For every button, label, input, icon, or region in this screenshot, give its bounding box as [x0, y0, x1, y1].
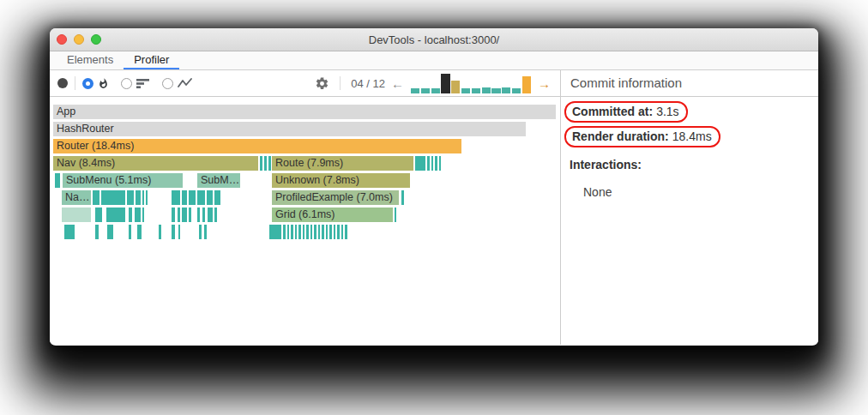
flame-bar[interactable] — [95, 208, 102, 222]
flame-bar[interactable] — [202, 208, 205, 222]
flame-bar[interactable] — [295, 225, 297, 239]
flame-bar[interactable] — [189, 190, 196, 205]
flame-bar[interactable] — [214, 208, 217, 222]
flame-bar-nav[interactable]: Nav (8.4ms) — [53, 156, 258, 171]
flame-bar[interactable] — [127, 190, 134, 205]
flame-bar[interactable] — [64, 225, 75, 239]
flame-icon[interactable] — [98, 78, 109, 89]
flame-bar[interactable] — [435, 156, 437, 171]
flame-bar[interactable] — [214, 190, 220, 205]
flame-bar[interactable] — [322, 225, 324, 239]
flame-bar[interactable] — [415, 156, 425, 171]
flame-bar[interactable] — [178, 225, 180, 239]
flame-bar[interactable] — [329, 225, 332, 239]
ranked-radio[interactable] — [121, 78, 132, 89]
flame-bar[interactable] — [172, 208, 175, 222]
flame-bar[interactable] — [269, 225, 281, 239]
flame-bar[interactable] — [314, 225, 316, 239]
interactions-radio[interactable] — [162, 78, 173, 89]
flame-bar-submenu[interactable]: SubMenu (5.1ms) — [63, 173, 183, 188]
flame-bar[interactable] — [310, 225, 312, 239]
flame-bar[interactable] — [159, 225, 161, 239]
flame-bar[interactable] — [172, 225, 175, 239]
commit-bar[interactable] — [421, 88, 430, 93]
flame-bar[interactable] — [208, 208, 213, 222]
flame-bar[interactable] — [260, 156, 262, 171]
commit-bar[interactable] — [441, 74, 449, 93]
flame-bar[interactable] — [395, 208, 396, 222]
flame-bar[interactable] — [136, 190, 141, 205]
flame-bar[interactable] — [182, 208, 187, 222]
flame-bar[interactable] — [197, 190, 205, 205]
flame-bar[interactable] — [287, 225, 289, 239]
flame-bar[interactable] — [204, 225, 207, 239]
flame-bar[interactable] — [345, 225, 347, 239]
flame-bar[interactable] — [142, 208, 144, 222]
flame-bar[interactable] — [129, 208, 132, 222]
commit-bar[interactable] — [522, 76, 531, 93]
tab-profiler[interactable]: Profiler — [124, 51, 179, 69]
commit-bar[interactable] — [411, 88, 419, 93]
commit-bar[interactable] — [512, 88, 521, 93]
flame-bar-route[interactable]: Route (7.9ms) — [272, 156, 413, 171]
commit-bar[interactable] — [502, 87, 510, 93]
flame-bar[interactable] — [318, 225, 320, 239]
flame-bar[interactable] — [55, 173, 60, 188]
commit-bar[interactable] — [461, 88, 470, 93]
flame-bar[interactable] — [135, 208, 141, 222]
flame-bar[interactable] — [142, 190, 144, 205]
settings-gear-icon[interactable] — [315, 76, 329, 91]
commit-bar[interactable] — [431, 88, 440, 93]
commit-bar[interactable] — [491, 88, 500, 93]
flame-bar[interactable] — [326, 225, 328, 239]
flame-bar-unknown[interactable]: Unknown (7.8ms) — [272, 173, 410, 188]
flame-bar[interactable] — [264, 156, 267, 171]
next-commit-arrow-icon[interactable]: → — [535, 77, 553, 90]
flame-bar-subm[interactable]: SubM… — [197, 173, 240, 188]
flame-bar-app[interactable]: App — [53, 105, 556, 119]
flame-bar[interactable] — [306, 225, 309, 239]
flame-bar[interactable] — [341, 225, 343, 239]
commit-bar[interactable] — [472, 88, 480, 93]
flame-bar[interactable] — [207, 190, 213, 205]
flame-bar-hashrouter[interactable]: HashRouter — [53, 122, 526, 136]
flame-bar[interactable] — [291, 225, 293, 239]
commit-bar[interactable] — [451, 81, 460, 93]
flame-bar[interactable] — [431, 156, 433, 171]
flame-bar[interactable] — [298, 225, 301, 239]
flame-bar[interactable] — [334, 225, 335, 239]
interactions-icon[interactable] — [178, 78, 192, 88]
flame-bar-grid[interactable]: Grid (6.1ms) — [272, 208, 393, 222]
flame-bar[interactable] — [197, 208, 200, 222]
commit-bar[interactable] — [482, 87, 491, 93]
flamegraph-radio[interactable] — [82, 78, 93, 89]
flame-bar[interactable] — [283, 225, 286, 239]
flame-bar[interactable] — [268, 156, 271, 171]
flame-bar[interactable] — [337, 225, 340, 239]
flame-bar[interactable] — [146, 190, 148, 205]
flame-bar[interactable] — [137, 225, 142, 239]
flame-bar[interactable] — [427, 156, 430, 171]
flame-bar[interactable] — [93, 190, 99, 205]
ranked-chart-icon[interactable] — [136, 78, 150, 89]
flame-bar-router[interactable]: Router (18.4ms) — [53, 139, 461, 153]
flame-bar[interactable] — [178, 208, 180, 222]
record-button[interactable] — [57, 78, 68, 88]
flame-bar[interactable] — [303, 225, 304, 239]
flame-bar[interactable] — [439, 156, 441, 171]
flame-bar-profiledexample[interactable]: ProfiledExample (7.0ms) — [272, 190, 399, 205]
flame-bar[interactable] — [95, 225, 99, 239]
flame-bar[interactable] — [182, 190, 187, 205]
flame-bar[interactable] — [199, 225, 202, 239]
prev-commit-arrow-icon[interactable]: ← — [389, 77, 407, 90]
flame-bar[interactable] — [172, 190, 180, 205]
flame-bar[interactable] — [101, 190, 125, 205]
flame-bar[interactable] — [401, 190, 404, 205]
flame-bar[interactable] — [189, 208, 191, 222]
flame-bar[interactable] — [129, 225, 131, 239]
flame-bar[interactable] — [107, 225, 113, 239]
flame-bar-na[interactable]: Na… — [62, 190, 91, 205]
flame-bar[interactable] — [62, 208, 91, 222]
tab-elements[interactable]: Elements — [57, 51, 124, 69]
flame-bar[interactable] — [106, 208, 125, 222]
